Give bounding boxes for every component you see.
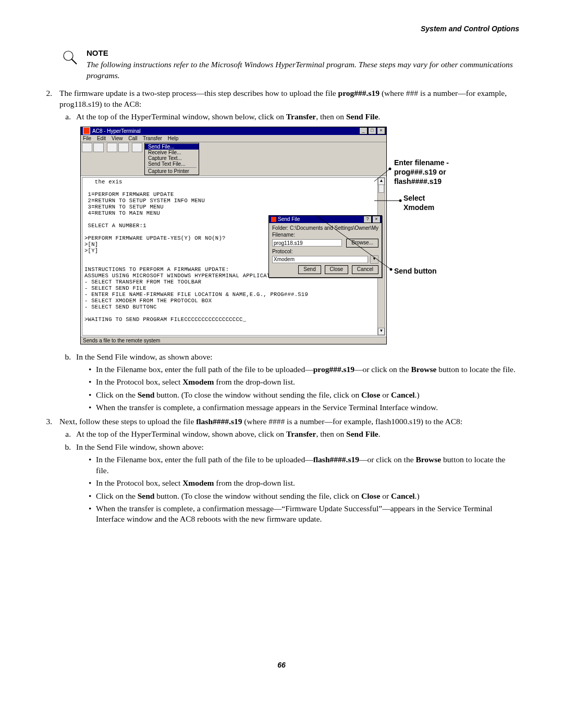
text: prog###.s19 or <box>394 167 449 177</box>
text: In the Send File window, as shown above: <box>76 352 213 361</box>
terminal-area: the exis 1=PERFORM FIRMWARE UPDATE 2=RET… <box>82 177 385 336</box>
text: or <box>380 491 391 500</box>
text: from the drop-down list. <box>214 377 295 386</box>
text: In the Filename box, enter the full path… <box>96 365 313 374</box>
close-icon[interactable]: × <box>377 127 385 134</box>
help-icon[interactable]: ? <box>363 216 372 223</box>
bullet: Click on the Send button. (To close the … <box>89 390 519 400</box>
scroll-thumb[interactable] <box>378 184 384 193</box>
toolbar-button[interactable] <box>107 143 117 152</box>
svg-point-3 <box>389 167 391 170</box>
text: Click on the <box>96 491 138 500</box>
dropdown-capture-printer[interactable]: Capture to Printer <box>145 168 199 174</box>
text: In the Filename box, enter the full path… <box>96 455 313 464</box>
bullet: When the transfer is complete, a confirm… <box>89 402 519 413</box>
toolbar-button[interactable] <box>118 143 129 152</box>
annot-send-button: Send button <box>394 266 437 276</box>
step-2: The firmware update is a two-step proces… <box>54 88 519 413</box>
close-button[interactable]: Close <box>325 265 349 274</box>
text: Xmodem <box>403 203 434 212</box>
text: flash####.s19 <box>394 177 449 186</box>
step2b: In the Send File window, as shown above:… <box>73 352 519 413</box>
dropdown-capture-text[interactable]: Capture Text... <box>145 155 199 161</box>
dialog-title: Send File <box>278 216 300 222</box>
text-bold: prog###.s19 <box>313 365 354 374</box>
text-bold: Cancel <box>391 390 415 399</box>
magnifier-icon <box>62 49 78 66</box>
transfer-dropdown[interactable]: Send File... Receive File... Capture Tex… <box>144 143 199 175</box>
text: . <box>378 429 381 438</box>
text: , then on <box>316 429 346 438</box>
text: button. (To close the window without sen… <box>154 390 361 399</box>
browse-button[interactable]: Browse... <box>346 239 378 248</box>
text: In the Protocol box, select <box>96 478 182 487</box>
text: In the Send File window, shown above: <box>76 442 204 451</box>
protocol-select[interactable] <box>272 256 368 263</box>
menu-call[interactable]: Call <box>128 135 137 141</box>
menu-bar[interactable]: File Edit View Call Transfer Help <box>81 135 386 142</box>
menu-file[interactable]: File <box>83 135 91 141</box>
chevron-down-icon[interactable]: ▼ <box>370 255 378 264</box>
toolbar-button[interactable] <box>132 143 142 152</box>
annot-xmodem: Select Xmodem <box>403 193 434 213</box>
bullet: In the Protocol box, select Xmodem from … <box>89 478 519 488</box>
text-bold: Browse <box>411 365 437 374</box>
bullet: In the Filename box, enter the full path… <box>89 364 519 375</box>
note-body: The following instructions refer to the … <box>87 59 519 81</box>
text: .) <box>415 491 420 500</box>
text: . <box>378 112 381 121</box>
text-bold: Xmodem <box>182 478 214 487</box>
text-bold: flash####.s19 <box>313 455 359 464</box>
maximize-icon[interactable]: □ <box>368 127 376 134</box>
dropdown-send-text-file[interactable]: Send Text File... <box>145 161 199 167</box>
text: Click on the <box>96 390 138 399</box>
bullet: In the Filename box, enter the full path… <box>89 454 519 476</box>
text-bold: Xmodem <box>182 377 214 386</box>
hyperterminal-window: AC8 - HyperTerminal _□× File Edit View C… <box>80 127 387 344</box>
window-controls[interactable]: _□× <box>359 127 385 134</box>
text-bold: Cancel <box>391 491 415 500</box>
scroll-up-icon[interactable]: ▲ <box>378 178 385 185</box>
dialog-titlebar[interactable]: Send File ?× <box>269 216 382 223</box>
text-bold: Transfer <box>286 429 316 438</box>
toolbar-button[interactable] <box>82 143 92 152</box>
scroll-down-icon[interactable]: ▼ <box>378 328 385 335</box>
bullet: In the Protocol box, select Xmodem from … <box>89 377 519 387</box>
figure-hyperterminal: AC8 - HyperTerminal _□× File Edit View C… <box>80 127 519 344</box>
toolbar-button[interactable] <box>93 143 104 152</box>
text: (where #### is a number—for example, fla… <box>242 417 462 426</box>
minimize-icon[interactable]: _ <box>359 127 368 134</box>
dialog-app-icon <box>271 217 276 222</box>
text: from the drop-down list. <box>214 478 295 487</box>
cancel-button[interactable]: Cancel <box>352 265 378 274</box>
text: The firmware update is a two-step proces… <box>59 89 338 97</box>
filename-input[interactable] <box>272 239 342 246</box>
close-icon[interactable]: × <box>372 216 381 223</box>
text: button. (To close the window without sen… <box>154 491 361 500</box>
send-file-dialog: Send File ?× Folder: C:\Documents and Se… <box>268 215 382 278</box>
text: —or click on the <box>354 365 411 374</box>
step2-intro: The firmware update is a two-step proces… <box>59 89 507 108</box>
app-icon <box>83 127 90 134</box>
page-header-section: System and Control Options <box>44 24 519 33</box>
status-bar: Sends a file to the remote system <box>81 337 386 344</box>
send-button[interactable]: Send <box>298 265 321 274</box>
step2a: At the top of the HyperTerminal window, … <box>73 112 519 122</box>
svg-point-7 <box>390 268 393 270</box>
menu-edit[interactable]: Edit <box>97 135 106 141</box>
note-title: NOTE <box>87 48 519 58</box>
svg-point-5 <box>399 199 402 202</box>
dropdown-send-file[interactable]: Send File... <box>145 144 199 150</box>
step3a: At the top of the HyperTerminal window, … <box>73 429 519 439</box>
folder-label: Folder: C:\Documents and Settings\Owner\… <box>272 225 378 231</box>
step3b: In the Send File window, shown above: In… <box>73 442 519 525</box>
text-bold: flash####.s19 <box>196 417 242 426</box>
menu-view[interactable]: View <box>112 135 123 141</box>
text: Next, follow these steps to upload the f… <box>59 417 196 426</box>
dropdown-receive-file[interactable]: Receive File... <box>145 150 199 155</box>
menu-transfer[interactable]: Transfer <box>143 135 162 141</box>
window-titlebar[interactable]: AC8 - HyperTerminal _□× <box>81 127 386 135</box>
annot-filename: Enter filename - prog###.s19 or flash###… <box>394 158 449 187</box>
text-bold: Close <box>361 491 380 500</box>
menu-help[interactable]: Help <box>168 135 179 141</box>
